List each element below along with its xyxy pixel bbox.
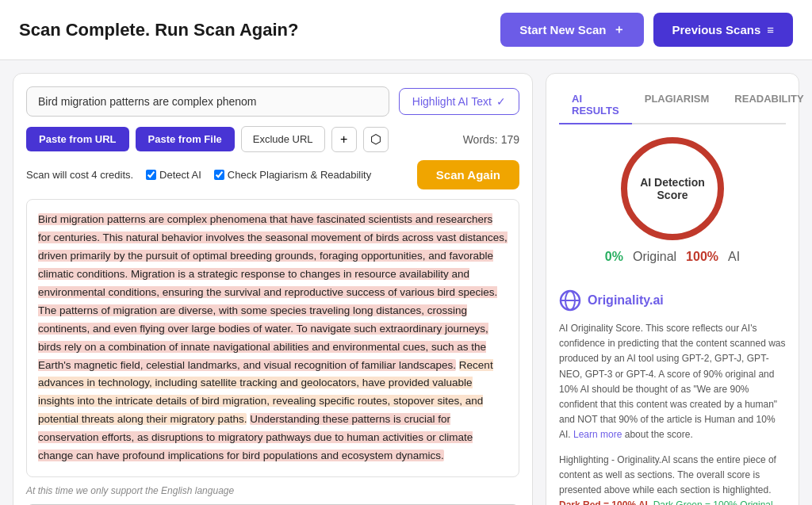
highlight-btn-label: Highlight AI Text (412, 95, 492, 108)
detect-ai-label: Detect AI (159, 169, 201, 181)
detect-ai-checkbox-label[interactable]: Detect AI (146, 169, 201, 181)
score-description: AI Originality Score. This score reflect… (559, 321, 786, 443)
original-score: 0% (605, 250, 623, 264)
exclude-url-button[interactable]: Exclude URL (241, 126, 325, 152)
action-row: Paste from URL Paste from File Exclude U… (26, 126, 519, 152)
brand-logo-icon (559, 289, 581, 312)
words-count: Words: 179 (463, 133, 519, 146)
share-icon-button[interactable]: ⬡ (363, 127, 389, 152)
input-row: Highlight AI Text ✓ (26, 86, 519, 117)
cost-row: Scan will cost 4 credits. Detect AI Chec… (26, 160, 519, 189)
main-content: Highlight AI Text ✓ Paste from URL Paste… (0, 60, 812, 505)
score-circle-wrapper: AI DetectionScore 0% Original 100% AI (559, 137, 786, 277)
start-new-scan-label: Start New Scan (519, 23, 606, 36)
paste-url-button[interactable]: Paste from URL (26, 127, 129, 151)
originality-brand: Originality.ai (559, 289, 786, 312)
share-icon: ⬡ (370, 132, 381, 147)
left-panel: Highlight AI Text ✓ Paste from URL Paste… (13, 73, 533, 505)
ai-label: AI (728, 250, 740, 264)
header: Scan Complete. Run Scan Again? Start New… (0, 0, 812, 60)
tab-readability[interactable]: READABILITY (722, 86, 812, 124)
tab-ai-results[interactable]: AI RESULTS (559, 86, 632, 124)
language-note: At this time we only support the English… (26, 485, 519, 496)
plagiarism-checkbox[interactable] (214, 170, 224, 180)
detect-ai-checkbox[interactable] (146, 170, 156, 180)
highlighted-text-red: Bird migration patterns are complex phen… (38, 213, 508, 371)
plagiarism-label: Check Plagiarism & Readability (228, 169, 371, 181)
header-buttons: Start New Scan ＋ Previous Scans ≡ (500, 13, 793, 47)
brand-name: Originality.ai (588, 293, 664, 308)
description-main: AI Originality Score. This score reflect… (559, 323, 786, 440)
page-title: Scan Complete. Run Scan Again? (19, 20, 298, 40)
original-label: Original (633, 250, 676, 264)
ai-detection-score-circle: AI DetectionScore (621, 137, 724, 240)
highlight-ai-text-button[interactable]: Highlight AI Text ✓ (399, 88, 519, 115)
paste-file-button[interactable]: Paste from File (136, 127, 235, 151)
dark-red-note: Dark Red = 100% AI. (559, 499, 650, 505)
highlight-note: Highlighting - Originality.AI scans the … (559, 453, 786, 506)
learn-more-link[interactable]: Learn more (573, 429, 622, 440)
add-icon-button[interactable]: + (331, 127, 357, 152)
description-about: about the score. (625, 429, 693, 440)
plus-icon: ＋ (613, 22, 625, 37)
start-new-scan-button[interactable]: Start New Scan ＋ (500, 13, 643, 47)
menu-icon: ≡ (767, 23, 774, 36)
scan-again-button[interactable]: Scan Again (417, 160, 519, 189)
score-row: 0% Original 100% AI (605, 250, 740, 264)
text-body: Bird migration patterns are complex phen… (26, 199, 519, 477)
right-panel: AI RESULTS PLAGIARISM READABILITY AI Det… (546, 73, 799, 505)
previous-scans-button[interactable]: Previous Scans ≡ (653, 13, 794, 47)
tab-plagiarism[interactable]: PLAGIARISM (632, 86, 722, 124)
plagiarism-checkbox-label[interactable]: Check Plagiarism & Readability (214, 169, 371, 181)
highlight-note-main: Highlighting - Originality.AI scans the … (559, 454, 776, 495)
ai-score: 100% (686, 250, 718, 264)
cost-label: Scan will cost 4 credits. (26, 169, 133, 181)
text-input[interactable] (26, 86, 389, 117)
previous-scans-label: Previous Scans (672, 23, 761, 36)
score-circle-title: AI DetectionScore (640, 176, 705, 201)
checkmark-icon: ✓ (496, 95, 506, 108)
tabs-row: AI RESULTS PLAGIARISM READABILITY (559, 86, 786, 124)
plus-small-icon: + (340, 132, 347, 147)
